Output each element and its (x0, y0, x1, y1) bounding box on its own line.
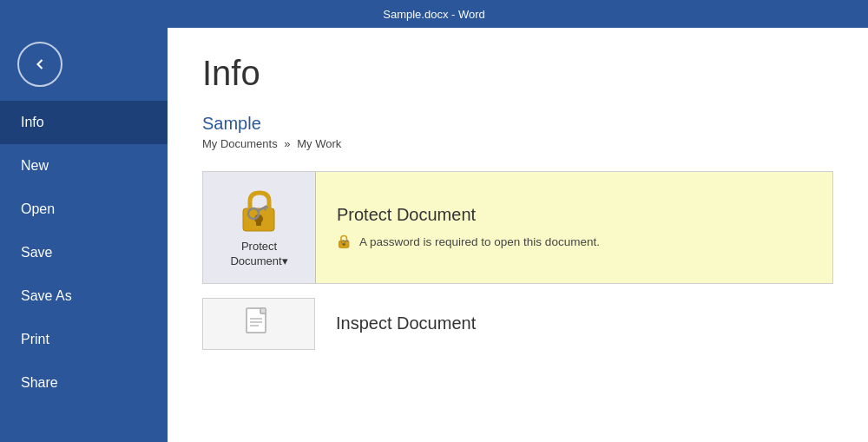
lock-icon-svg (236, 186, 283, 236)
document-path: My Documents » My Work (202, 137, 833, 150)
sidebar-item-open[interactable]: Open (0, 188, 168, 231)
doc-path-part1: My Documents (202, 137, 278, 150)
content-area: Info Sample My Documents » My Work (168, 28, 868, 442)
svg-marker-14 (260, 308, 266, 313)
protect-document-button[interactable]: Protect Document▾ (203, 172, 316, 283)
lock-key-icon (236, 186, 283, 233)
content-inner: Info Sample My Documents » My Work (168, 28, 868, 376)
sidebar-item-new[interactable]: New (0, 144, 168, 188)
path-separator: » (284, 137, 290, 150)
sidebar: Info New Open Save Save As Print Share (0, 28, 168, 442)
protect-document-title: Protect Document (337, 205, 812, 225)
main-layout: Info New Open Save Save As Print Share I… (0, 28, 868, 442)
svg-line-6 (266, 207, 267, 209)
sidebar-item-info[interactable]: Info (0, 101, 168, 144)
protect-document-desc: A password is required to open this docu… (337, 234, 812, 249)
window-title: Sample.docx - Word (383, 8, 485, 21)
inspect-document-title: Inspect Document (315, 298, 496, 350)
protect-document-content: Protect Document (316, 172, 832, 283)
page-title: Info (202, 54, 833, 93)
inspect-document-icon-area[interactable] (202, 298, 315, 350)
doc-path-part2: My Work (297, 137, 341, 150)
document-name[interactable]: Sample (202, 114, 833, 134)
svg-rect-2 (256, 221, 261, 226)
sidebar-item-save[interactable]: Save (0, 231, 168, 274)
inspect-document-section: Inspect Document (202, 298, 833, 350)
small-lock-icon (337, 234, 352, 249)
sidebar-item-print[interactable]: Print (0, 318, 168, 361)
sidebar-item-share[interactable]: Share (0, 361, 168, 405)
title-bar: Sample.docx - Word (0, 0, 868, 28)
protect-button-label: Protect Document▾ (230, 240, 287, 269)
back-arrow-icon (31, 56, 49, 73)
back-button[interactable] (17, 42, 62, 87)
protect-document-section: Protect Document▾ Protect Document (202, 171, 833, 284)
inspect-document-icon (243, 307, 274, 341)
sidebar-item-save-as[interactable]: Save As (0, 274, 168, 318)
